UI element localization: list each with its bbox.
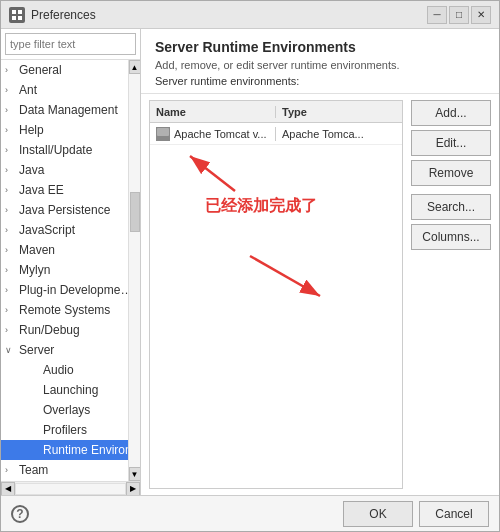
sidebar-item-label-plug-in-dev: Plug-in Developme… [19, 283, 128, 297]
minimize-button[interactable]: ─ [427, 6, 447, 24]
sidebar-item-mylyn[interactable]: ›Mylyn [1, 260, 128, 280]
edit-button[interactable]: Edit... [411, 130, 491, 156]
window-controls: ─ □ ✕ [427, 6, 491, 24]
sidebar-item-java-persistence[interactable]: ›Java Persistence [1, 200, 128, 220]
h-scroll-right[interactable]: ▶ [126, 482, 140, 496]
table-cell-type: Apache Tomca... [276, 128, 402, 140]
maximize-button[interactable]: □ [449, 6, 469, 24]
runtime-environments-table: Name Type Apache Tomcat v...Apache Tomca… [149, 100, 403, 489]
table-header: Name Type [150, 101, 402, 123]
svg-rect-2 [12, 16, 16, 20]
sidebar-item-label-javascript: JavaScript [19, 223, 75, 237]
sidebar: ›General›Ant›Data Management›Help›Instal… [1, 29, 141, 495]
tree-arrow-java: › [5, 165, 19, 175]
scroll-down-arrow[interactable]: ▼ [129, 467, 141, 481]
add-button[interactable]: Add... [411, 100, 491, 126]
sidebar-item-data-management[interactable]: ›Data Management [1, 100, 128, 120]
tree-arrow-run-debug: › [5, 325, 19, 335]
tree-arrow-server: ∨ [5, 345, 19, 355]
sidebar-item-audio[interactable]: Audio [1, 360, 128, 380]
preferences-window: Preferences ─ □ ✕ ›General›Ant›Data Mana… [0, 0, 500, 532]
scroll-up-arrow[interactable]: ▲ [129, 60, 141, 74]
sidebar-item-label-ant: Ant [19, 83, 37, 97]
svg-rect-0 [12, 10, 16, 14]
server-name-text: Apache Tomcat v... [174, 128, 267, 140]
tree-arrow-ant: › [5, 85, 19, 95]
sidebar-item-label-server: Server [19, 343, 54, 357]
window-title: Preferences [31, 8, 96, 22]
sidebar-item-label-mylyn: Mylyn [19, 263, 50, 277]
sidebar-item-javascript[interactable]: ›JavaScript [1, 220, 128, 240]
table-cell-name: Apache Tomcat v... [150, 127, 276, 141]
sidebar-item-remote-systems[interactable]: ›Remote Systems [1, 300, 128, 320]
sidebar-item-runtime-environments[interactable]: Runtime Environm… [1, 440, 128, 460]
sidebar-item-label-data-management: Data Management [19, 103, 118, 117]
sidebar-item-label-java-persistence: Java Persistence [19, 203, 110, 217]
cancel-button[interactable]: Cancel [419, 501, 489, 527]
sidebar-item-install-update[interactable]: ›Install/Update [1, 140, 128, 160]
svg-rect-3 [18, 16, 22, 20]
panel-title: Server Runtime Environments [155, 39, 485, 55]
h-scroll-left[interactable]: ◀ [1, 482, 15, 496]
sidebar-item-plug-in-dev[interactable]: ›Plug-in Developme… [1, 280, 128, 300]
help-button[interactable]: ? [11, 505, 29, 523]
sidebar-horizontal-scroll: ◀ ▶ [1, 481, 140, 495]
filter-container [1, 29, 140, 60]
tree-arrow-java-ee: › [5, 185, 19, 195]
ok-button[interactable]: OK [343, 501, 413, 527]
sidebar-item-label-overlays: Overlays [43, 403, 90, 417]
tree-arrow-general: › [5, 65, 19, 75]
sidebar-item-ant[interactable]: ›Ant [1, 80, 128, 100]
scroll-track [129, 74, 141, 467]
panel-subtext: Server runtime environments: [155, 75, 485, 87]
sidebar-item-label-runtime-environments: Runtime Environm… [43, 443, 128, 457]
sidebar-item-label-remote-systems: Remote Systems [19, 303, 110, 317]
table-row[interactable]: Apache Tomcat v...Apache Tomca... [150, 123, 402, 145]
sidebar-item-profilers[interactable]: Profilers [1, 420, 128, 440]
sidebar-item-maven[interactable]: ›Maven [1, 240, 128, 260]
sidebar-item-label-java: Java [19, 163, 44, 177]
columns-button[interactable]: Columns... [411, 224, 491, 250]
panel-body: Name Type Apache Tomcat v...Apache Tomca… [141, 94, 499, 495]
sidebar-item-label-launching: Launching [43, 383, 98, 397]
sidebar-item-general[interactable]: ›General [1, 60, 128, 80]
filter-input[interactable] [5, 33, 136, 55]
close-button[interactable]: ✕ [471, 6, 491, 24]
tree-arrow-maven: › [5, 245, 19, 255]
sidebar-item-launching[interactable]: Launching [1, 380, 128, 400]
tree-arrow-mylyn: › [5, 265, 19, 275]
table-body: Apache Tomcat v...Apache Tomca... [150, 123, 402, 488]
panel-header: Server Runtime Environments Add, remove,… [141, 29, 499, 94]
action-buttons-panel: Add... Edit... Remove Search... Columns.… [411, 100, 491, 489]
sidebar-item-team[interactable]: ›Team [1, 460, 128, 480]
sidebar-scroll-area: ›General›Ant›Data Management›Help›Instal… [1, 60, 140, 481]
content-area: ›General›Ant›Data Management›Help›Instal… [1, 29, 499, 495]
sidebar-item-label-team: Team [19, 463, 48, 477]
sidebar-item-server[interactable]: ∨Server [1, 340, 128, 360]
sidebar-item-label-audio: Audio [43, 363, 74, 377]
col-type-header: Type [276, 106, 402, 118]
tree-arrow-help: › [5, 125, 19, 135]
tree-arrow-remote-systems: › [5, 305, 19, 315]
sidebar-item-label-help: Help [19, 123, 44, 137]
sidebar-item-java[interactable]: ›Java [1, 160, 128, 180]
tree-arrow-plug-in-dev: › [5, 285, 19, 295]
h-scroll-track [15, 483, 126, 495]
sidebar-item-help[interactable]: ›Help [1, 120, 128, 140]
panel-description: Add, remove, or edit server runtime envi… [155, 59, 485, 71]
sidebar-item-java-ee[interactable]: ›Java EE [1, 180, 128, 200]
sidebar-item-run-debug[interactable]: ›Run/Debug [1, 320, 128, 340]
sidebar-item-label-install-update: Install/Update [19, 143, 92, 157]
sidebar-item-label-java-ee: Java EE [19, 183, 64, 197]
scroll-thumb[interactable] [130, 192, 140, 232]
sidebar-item-overlays[interactable]: Overlays [1, 400, 128, 420]
remove-button[interactable]: Remove [411, 160, 491, 186]
sidebar-item-label-general: General [19, 63, 62, 77]
tree-arrow-install-update: › [5, 145, 19, 155]
title-bar: Preferences ─ □ ✕ [1, 1, 499, 29]
search-button[interactable]: Search... [411, 194, 491, 220]
title-bar-left: Preferences [9, 7, 96, 23]
col-name-header: Name [150, 106, 276, 118]
sidebar-item-label-maven: Maven [19, 243, 55, 257]
server-icon [156, 127, 170, 141]
